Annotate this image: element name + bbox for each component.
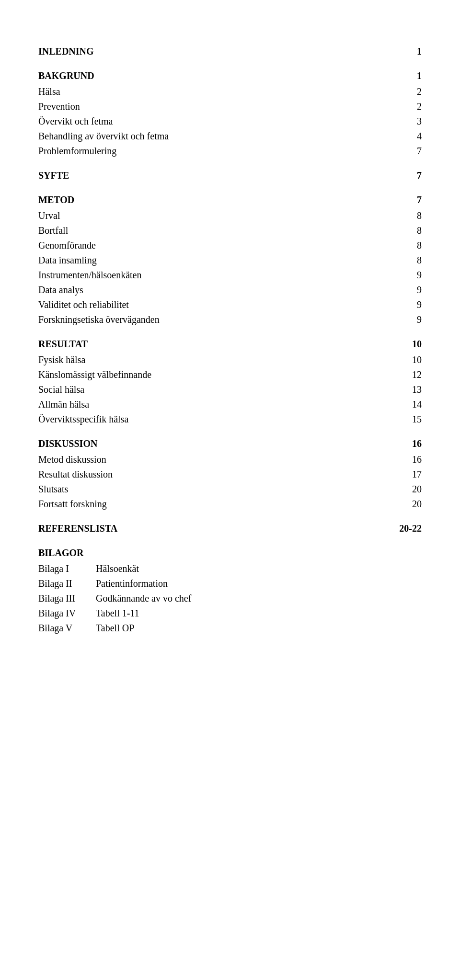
toc-item: Problemformulering7 <box>38 146 422 157</box>
item-page: 10 <box>393 354 422 365</box>
item-label: Fysisk hälsa <box>38 354 393 365</box>
toc-item: Fortsatt forskning20 <box>38 499 422 510</box>
item-page: 2 <box>393 86 422 97</box>
toc-item: Forskningsetiska överväganden9 <box>38 314 422 325</box>
bilaga-desc: Hälsoenkät <box>96 563 139 574</box>
item-label: Validitet och reliabilitet <box>38 299 393 310</box>
bilaga-desc: Tabell 1-11 <box>96 608 139 619</box>
item-label: Övervikt och fetma <box>38 116 393 127</box>
toc-section-header: INLEDNING1 <box>38 46 422 57</box>
toc-item: Överviktsspecifik hälsa15 <box>38 414 422 425</box>
item-label: Metod diskussion <box>38 454 393 465</box>
bilaga-desc: Tabell OP <box>96 623 134 634</box>
bilaga-label: Bilaga IV <box>38 608 96 619</box>
item-label: Social hälsa <box>38 384 393 395</box>
item-label: Genomförande <box>38 240 393 251</box>
toc-item: Bortfall8 <box>38 225 422 236</box>
item-page: 3 <box>393 116 422 127</box>
bilaga-row: Bilaga IIPatientinformation <box>38 578 422 589</box>
bilaga-desc: Godkännande av vo chef <box>96 593 191 604</box>
item-page: 8 <box>393 210 422 221</box>
item-page: 9 <box>393 314 422 325</box>
item-page: 13 <box>393 384 422 395</box>
item-page: 8 <box>393 240 422 251</box>
section-page: 7 <box>393 170 422 181</box>
bilaga-row: Bilaga VTabell OP <box>38 623 422 634</box>
toc-item: Fysisk hälsa10 <box>38 354 422 365</box>
item-label: Resultat diskussion <box>38 469 393 480</box>
item-label: Forskningsetiska överväganden <box>38 314 393 325</box>
toc-item: Känslomässigt välbefinnande12 <box>38 369 422 380</box>
item-label: Slutsats <box>38 484 393 495</box>
section-label: SYFTE <box>38 170 393 181</box>
toc-item: Instrumenten/hälsoenkäten9 <box>38 270 422 281</box>
bilagor-title: BILAGOR <box>38 547 422 558</box>
toc-item: Social hälsa13 <box>38 384 422 395</box>
section-label: METOD <box>38 194 393 205</box>
item-label: Problemformulering <box>38 146 393 157</box>
bilaga-row: Bilaga IHälsoenkät <box>38 563 422 574</box>
item-page: 15 <box>393 414 422 425</box>
toc-container: INLEDNING1BAKGRUND1Hälsa2Prevention2Över… <box>38 46 422 634</box>
item-label: Prevention <box>38 101 393 112</box>
bilagor-container: Bilaga IHälsoenkätBilaga IIPatientinform… <box>38 563 422 634</box>
item-page: 14 <box>393 399 422 410</box>
item-label: Bortfall <box>38 225 393 236</box>
toc-item: Övervikt och fetma3 <box>38 116 422 127</box>
toc-item: Urval8 <box>38 210 422 221</box>
toc-item: Data insamling8 <box>38 255 422 266</box>
item-label: Överviktsspecifik hälsa <box>38 414 393 425</box>
item-page: 2 <box>393 101 422 112</box>
item-page: 9 <box>393 285 422 296</box>
toc-item: Prevention2 <box>38 101 422 112</box>
item-page: 9 <box>393 299 422 310</box>
item-page: 17 <box>393 469 422 480</box>
bilaga-label: Bilaga III <box>38 593 96 604</box>
item-page: 16 <box>393 454 422 465</box>
item-page: 8 <box>393 225 422 236</box>
bilagor-section: BILAGOR Bilaga IHälsoenkätBilaga IIPatie… <box>38 547 422 634</box>
item-page: 12 <box>393 369 422 380</box>
toc-item: Hälsa2 <box>38 86 422 97</box>
section-page: 20-22 <box>393 523 422 534</box>
item-page: 9 <box>393 270 422 281</box>
toc-item: Genomförande8 <box>38 240 422 251</box>
toc-item: Data analys9 <box>38 285 422 296</box>
section-page: 1 <box>393 70 422 81</box>
item-label: Data analys <box>38 285 393 296</box>
section-page: 16 <box>393 438 422 449</box>
sections-container: INLEDNING1BAKGRUND1Hälsa2Prevention2Över… <box>38 46 422 534</box>
item-page: 4 <box>393 131 422 142</box>
section-label: RESULTAT <box>38 339 393 350</box>
toc-section-header: RESULTAT10 <box>38 339 422 350</box>
section-label: BAKGRUND <box>38 70 393 81</box>
section-label: DISKUSSION <box>38 438 393 449</box>
item-label: Data insamling <box>38 255 393 266</box>
section-page: 10 <box>393 339 422 350</box>
item-label: Urval <box>38 210 393 221</box>
item-label: Känslomässigt välbefinnande <box>38 369 393 380</box>
toc-item: Validitet och reliabilitet9 <box>38 299 422 310</box>
toc-item: Allmän hälsa14 <box>38 399 422 410</box>
toc-section-header: BAKGRUND1 <box>38 70 422 81</box>
bilaga-row: Bilaga IIIGodkännande av vo chef <box>38 593 422 604</box>
item-page: 8 <box>393 255 422 266</box>
toc-section-header: METOD7 <box>38 194 422 205</box>
toc-item: Resultat diskussion17 <box>38 469 422 480</box>
bilaga-desc: Patientinformation <box>96 578 168 589</box>
item-label: Allmän hälsa <box>38 399 393 410</box>
item-label: Hälsa <box>38 86 393 97</box>
item-page: 20 <box>393 484 422 495</box>
toc-section-header: DISKUSSION16 <box>38 438 422 449</box>
bilaga-label: Bilaga I <box>38 563 96 574</box>
toc-section-header: SYFTE7 <box>38 170 422 181</box>
item-label: Fortsatt forskning <box>38 499 393 510</box>
section-page: 7 <box>393 194 422 205</box>
toc-item: Behandling av övervikt och fetma4 <box>38 131 422 142</box>
bilaga-label: Bilaga V <box>38 623 96 634</box>
item-label: Behandling av övervikt och fetma <box>38 131 393 142</box>
item-label: Instrumenten/hälsoenkäten <box>38 270 393 281</box>
section-page: 1 <box>393 46 422 57</box>
item-page: 20 <box>393 499 422 510</box>
toc-item: Slutsats20 <box>38 484 422 495</box>
